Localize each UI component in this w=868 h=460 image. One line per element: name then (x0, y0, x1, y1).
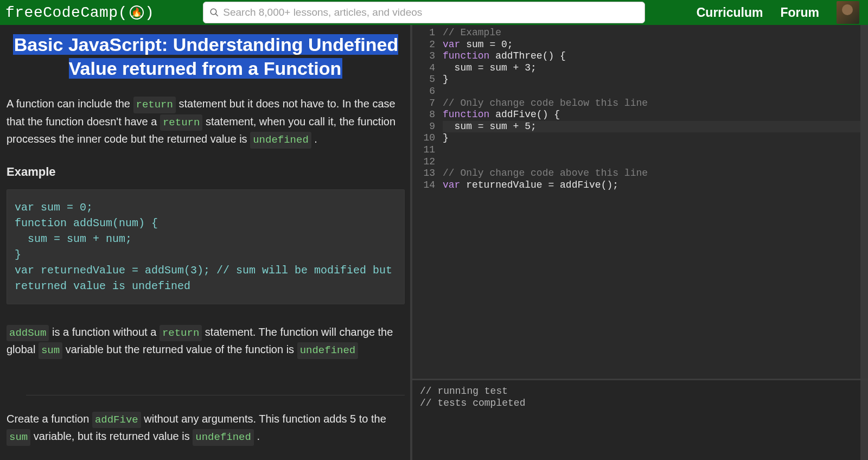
editor-line[interactable]: sum = sum + 3; (443, 62, 868, 74)
editor-line[interactable]: function addThree() { (443, 50, 868, 62)
editor-line[interactable]: var returnedValue = addFive(); (443, 180, 868, 191)
svg-line-1 (216, 14, 219, 16)
code-chip-return: return (159, 325, 202, 342)
code-chip-sum: sum (39, 342, 62, 359)
editor-line[interactable]: function addFive() { (443, 109, 868, 121)
right-stack: 1234567891011121314 // Examplevar sum = … (412, 25, 868, 460)
text: Create a function (7, 413, 92, 425)
code-chip-sum: sum (7, 429, 30, 446)
lesson-title: Basic JavaScript: Understanding Undefine… (7, 33, 405, 80)
editor-line[interactable]: var sum = 0; (443, 39, 868, 51)
avatar[interactable] (837, 1, 859, 24)
code-chip-return: return (133, 97, 176, 113)
logo-text-close: ) (145, 4, 154, 21)
logo-text: freeCodeCamp( (5, 4, 127, 21)
code-chip-undefined: undefined (250, 132, 311, 149)
main-split: Basic JavaScript: Understanding Undefine… (0, 25, 868, 460)
text: without any arguments. This function add… (144, 413, 386, 425)
code-chip-return: return (160, 114, 202, 131)
editor-gutter: 1234567891011121314 (412, 25, 439, 379)
console-output: // running test // tests completed (412, 379, 868, 460)
text: is a function without a (52, 326, 159, 338)
editor-line[interactable]: } (443, 132, 868, 144)
divider (26, 395, 405, 395)
flame-icon: 🔥 (130, 5, 144, 20)
nav-curriculum[interactable]: Curriculum (697, 5, 763, 20)
search-icon (209, 8, 219, 17)
editor-line[interactable] (443, 86, 868, 98)
logo[interactable]: freeCodeCamp( 🔥 ) (5, 4, 154, 21)
code-chip-addfive: addFive (92, 412, 141, 429)
text: variable but the returned value of the f… (66, 343, 297, 355)
paragraph: A function can include the return statem… (7, 95, 405, 149)
code-editor[interactable]: 1234567891011121314 // Examplevar sum = … (412, 25, 868, 379)
text: variable, but its returned value is (34, 430, 193, 442)
console-line: // running test (420, 386, 860, 398)
nav-right: Curriculum Forum (697, 1, 863, 24)
svg-point-0 (211, 9, 217, 15)
editor-line[interactable]: // Example (443, 27, 868, 39)
scrollbar-vertical[interactable] (860, 380, 868, 460)
app-header: freeCodeCamp( 🔥 ) Curriculum Forum (0, 0, 868, 25)
editor-code[interactable]: // Examplevar sum = 0;function addThree(… (439, 25, 868, 379)
text: A function can include the (7, 98, 133, 110)
example-code-block: var sum = 0; function addSum(num) { sum … (7, 189, 405, 304)
paragraph: Create a function addFive without any ar… (7, 411, 405, 446)
editor-line[interactable]: // Only change code below this line (443, 98, 868, 110)
text: . (314, 133, 317, 145)
editor-line[interactable]: // Only change code above this line (443, 168, 868, 180)
code-chip-undefined: undefined (193, 429, 254, 446)
instructions-pane: Basic JavaScript: Understanding Undefine… (0, 25, 412, 460)
text: . (257, 430, 260, 442)
editor-line[interactable]: } (443, 74, 868, 86)
editor-line[interactable] (443, 156, 868, 168)
code-chip-addsum: addSum (7, 325, 49, 342)
search-wrap (203, 2, 645, 23)
search-input[interactable] (203, 2, 645, 23)
example-heading: Example (7, 163, 405, 181)
scrollbar-vertical[interactable] (860, 25, 868, 379)
nav-forum[interactable]: Forum (780, 5, 819, 20)
editor-line[interactable]: sum = sum + 5; (443, 121, 868, 133)
paragraph: addSum is a function without a return st… (7, 324, 405, 359)
editor-line[interactable] (443, 144, 868, 156)
console-line: // tests completed (420, 398, 860, 410)
code-chip-undefined: undefined (297, 342, 359, 359)
